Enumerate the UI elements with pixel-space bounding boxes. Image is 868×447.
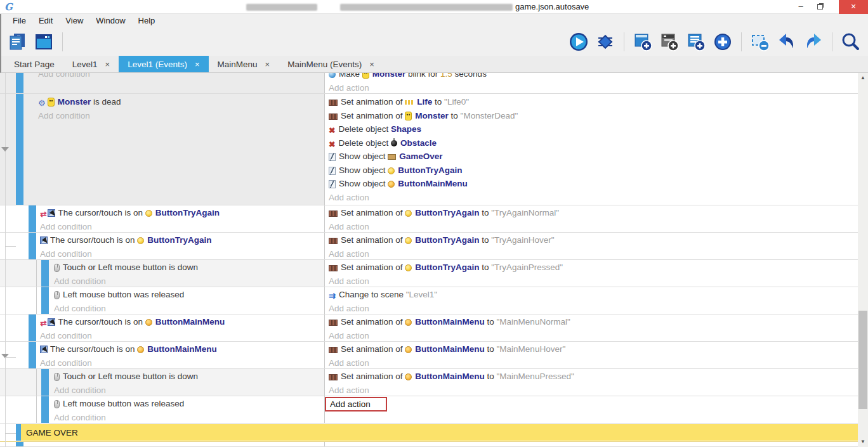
conditions-cell[interactable]: The cursor/touch is on ButtonTryAgainAdd… <box>0 233 325 259</box>
conditions-cell[interactable]: ⇄The cursor/touch is on ButtonTryAgainAd… <box>0 205 325 232</box>
action-line[interactable]: Show object ButtonTryAgain <box>329 164 858 178</box>
event-row[interactable]: Left mouse button was releasedAdd condit… <box>0 396 858 424</box>
add-condition-button[interactable]: Add condition <box>40 249 92 259</box>
minimize-button[interactable]: – <box>792 0 810 14</box>
add-condition-button[interactable]: Add condition <box>40 331 92 340</box>
condition-line[interactable]: Touch or Left mouse button is down <box>54 261 324 275</box>
add-action-button[interactable]: Add action <box>329 249 369 259</box>
undo-icon[interactable] <box>776 31 798 53</box>
event-row[interactable]: The cursor/touch is on ButtonTryAgainAdd… <box>0 233 858 260</box>
add-condition-button[interactable]: Add condition <box>38 73 90 79</box>
add-condition-button[interactable]: Add condition <box>54 413 106 422</box>
preview-play-icon[interactable] <box>568 31 589 53</box>
add-action-button[interactable]: Add action <box>329 304 369 313</box>
tab-level1[interactable]: Level1× <box>63 56 119 72</box>
condition-line[interactable]: The cursor/touch is on ButtonTryAgain <box>40 233 324 247</box>
add-condition-button[interactable]: Add condition <box>54 385 106 395</box>
action-line[interactable]: Set animation of ButtonMainMenu to "Main… <box>329 370 858 384</box>
event-row[interactable]: Left mouse button was releasedAdd condit… <box>0 287 858 314</box>
add-event-icon[interactable] <box>632 31 654 53</box>
actions-cell[interactable]: Set animation of Life to "Life0"Set anim… <box>325 94 858 205</box>
add-action-button[interactable]: Add action <box>329 276 369 286</box>
action-line[interactable]: Show object GameOver <box>329 150 858 164</box>
open-project-manager-icon[interactable] <box>6 31 28 53</box>
actions-cell[interactable]: Set animation of ButtonMainMenu to "Main… <box>325 342 858 368</box>
action-line[interactable]: ✖Delete object Obstacle <box>329 136 858 150</box>
add-condition-button[interactable]: Add condition <box>38 111 90 120</box>
scene-editor-icon[interactable] <box>33 31 55 53</box>
redo-icon[interactable] <box>803 31 824 53</box>
action-line[interactable]: ✖Delete object Shapes <box>329 122 858 136</box>
event-row[interactable]: Add conditionMake Monster blink for 1.5 … <box>0 73 858 94</box>
scroll-up-icon[interactable]: ▲ <box>858 73 868 83</box>
comment-row[interactable]: GAME OVER <box>0 424 858 442</box>
condition-line[interactable]: ⚙Monster is dead <box>38 95 324 109</box>
condition-line[interactable]: Left mouse button was released <box>54 288 324 302</box>
scroll-down-icon[interactable]: ▼ <box>858 437 868 447</box>
actions-cell[interactable]: Set animation of ButtonTryAgain to "TryA… <box>325 260 858 287</box>
add-condition-button[interactable]: Add condition <box>40 358 92 368</box>
tab-level1-events-[interactable]: Level1 (Events)× <box>119 56 208 72</box>
conditions-cell[interactable]: Left mouse button was releasedAdd condit… <box>0 287 325 314</box>
event-row[interactable]: ⚙Monster is deadAdd conditionSet animati… <box>0 94 858 205</box>
condition-line[interactable]: ⇄The cursor/touch is on ButtonTryAgain <box>40 206 324 220</box>
event-row[interactable]: Touch or Left mouse button is downAdd co… <box>0 369 858 396</box>
conditions-cell[interactable]: The cursor/touch is on ButtonMainMenuAdd… <box>0 342 325 368</box>
action-line[interactable]: Set animation of ButtonMainMenu to "Main… <box>329 315 858 329</box>
action-line[interactable]: Set animation of Monster to "MonsterDead… <box>329 109 858 123</box>
menu-item-file[interactable]: File <box>6 14 32 28</box>
add-action-button[interactable]: Add action <box>329 358 369 368</box>
add-action-button[interactable]: Add action <box>329 222 369 231</box>
vertical-scrollbar[interactable]: ▲ ▼ <box>858 73 868 447</box>
close-button[interactable]: × <box>839 0 868 14</box>
event-row[interactable]: ⇄The cursor/touch is on ButtonTryAgainAd… <box>0 205 858 233</box>
add-condition-button[interactable]: Add condition <box>54 304 106 313</box>
delete-selection-icon[interactable] <box>749 31 771 53</box>
conditions-cell[interactable]: ⚙Monster is deadAdd condition <box>0 94 325 205</box>
actions-cell[interactable]: Set animation of ButtonMainMenu to "Main… <box>325 314 858 341</box>
actions-cell[interactable]: Set animation of ButtonTryAgain to "TryA… <box>325 205 858 232</box>
tab-close-icon[interactable]: × <box>369 60 374 69</box>
tab-start-page[interactable]: Start Page <box>5 56 63 72</box>
menu-item-help[interactable]: Help <box>132 14 162 28</box>
condition-line[interactable]: Left mouse button was released <box>54 397 324 411</box>
add-action-button[interactable]: Add action <box>329 193 369 202</box>
tab-close-icon[interactable]: × <box>265 60 270 69</box>
action-line[interactable]: Make Monster blink for 1.5 seconds <box>329 73 858 81</box>
add-action-button[interactable]: Add action <box>329 83 369 93</box>
add-subevent-icon[interactable] <box>659 31 680 53</box>
tab-mainmenu[interactable]: MainMenu× <box>209 56 279 72</box>
condition-line[interactable]: Touch or Left mouse button is down <box>54 370 324 384</box>
actions-cell[interactable]: Make Monster blink for 1.5 secondsAdd ac… <box>325 73 858 93</box>
action-line[interactable]: Set animation of ButtonMainMenu to "Main… <box>329 342 858 356</box>
actions-cell[interactable]: ⇉Change to scene "Level1"Add action <box>325 287 858 314</box>
menu-item-window[interactable]: Window <box>89 14 131 28</box>
action-line[interactable]: Set animation of ButtonTryAgain to "TryA… <box>329 206 858 220</box>
debugger-icon[interactable] <box>595 31 616 53</box>
conditions-cell[interactable]: Touch or Left mouse button is downAdd co… <box>0 369 325 396</box>
actions-cell[interactable]: Add action <box>325 396 858 423</box>
menu-item-edit[interactable]: Edit <box>32 14 59 28</box>
conditions-cell[interactable]: ⇄The cursor/touch is on ButtonMainMenuAd… <box>0 314 325 341</box>
action-line[interactable]: Set animation of ButtonTryAgain to "TryA… <box>329 233 858 247</box>
add-action-button[interactable]: Add action <box>329 385 369 395</box>
actions-cell[interactable]: Set animation of ButtonTryAgain to "TryA… <box>325 233 858 259</box>
menu-item-view[interactable]: View <box>59 14 89 28</box>
comment-text[interactable]: GAME OVER <box>21 424 858 441</box>
action-line[interactable]: Show object ButtonMainMenu <box>329 177 858 191</box>
add-other-event-icon[interactable] <box>712 31 733 53</box>
event-row[interactable]: ⇄The cursor/touch is on ButtonMainMenuAd… <box>0 314 858 342</box>
action-line[interactable]: Set animation of Life to "Life0" <box>329 95 858 109</box>
tab-close-icon[interactable]: × <box>105 60 110 69</box>
add-condition-button[interactable]: Add condition <box>40 222 92 231</box>
tab-mainmenu-events-[interactable]: MainMenu (Events)× <box>279 56 383 72</box>
event-row[interactable]: Touch or Left mouse button is downAdd co… <box>0 260 858 287</box>
search-icon[interactable] <box>840 31 862 53</box>
conditions-cell[interactable]: Touch or Left mouse button is downAdd co… <box>0 260 325 287</box>
action-line[interactable]: Set animation of ButtonTryAgain to "TryA… <box>329 261 858 275</box>
actions-cell[interactable]: Set animation of ButtonMainMenu to "Main… <box>325 369 858 396</box>
add-action-button[interactable]: Add action <box>329 331 369 340</box>
condition-line[interactable]: The cursor/touch is on ButtonMainMenu <box>40 342 324 356</box>
condition-line[interactable]: ⇄The cursor/touch is on ButtonMainMenu <box>40 315 324 329</box>
add-condition-button[interactable]: Add condition <box>54 276 106 286</box>
